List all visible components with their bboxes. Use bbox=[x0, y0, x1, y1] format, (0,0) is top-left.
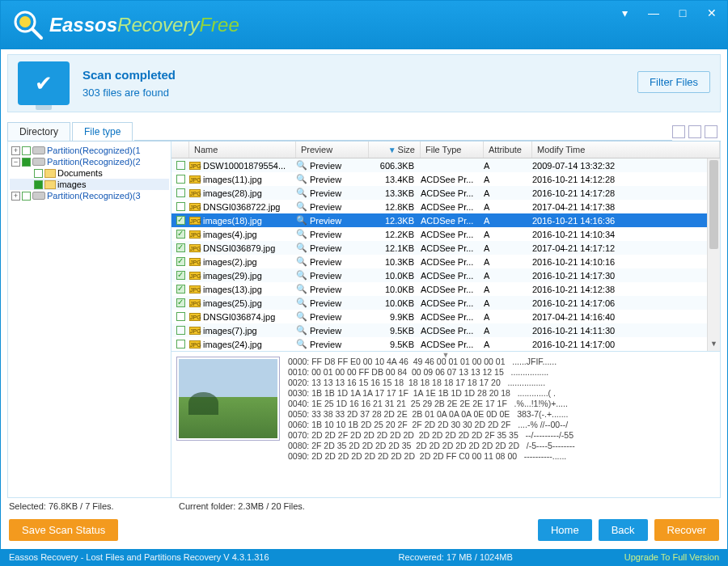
preview-link[interactable]: Preview bbox=[310, 257, 341, 267]
tab-file-type[interactable]: File type bbox=[72, 122, 133, 141]
row-checkbox[interactable] bbox=[176, 257, 185, 266]
row-checkbox[interactable] bbox=[176, 243, 185, 252]
row-checkbox[interactable] bbox=[176, 175, 185, 184]
magnifier-icon[interactable]: 🔍 bbox=[296, 256, 307, 267]
directory-tree[interactable]: + Partition(Recognized)(1 − Partition(Re… bbox=[8, 142, 171, 497]
home-button[interactable]: Home bbox=[538, 519, 592, 541]
tree-checkbox[interactable] bbox=[34, 180, 43, 189]
row-checkbox[interactable] bbox=[176, 285, 185, 294]
row-checkbox[interactable] bbox=[176, 230, 185, 239]
col-size[interactable]: ▼Size bbox=[369, 142, 421, 158]
table-row[interactable]: JPGDNSGI036874.jpg🔍Preview9.9KBACDSee Pr… bbox=[171, 310, 720, 323]
menu-icon[interactable]: ▾ bbox=[617, 6, 632, 20]
tree-partition-2[interactable]: − Partition(Recognized)(2 bbox=[10, 156, 169, 167]
tab-directory[interactable]: Directory bbox=[7, 122, 70, 141]
preview-link[interactable]: Preview bbox=[310, 285, 341, 294]
minimize-icon[interactable]: — bbox=[646, 6, 661, 20]
preview-link[interactable]: Preview bbox=[310, 340, 341, 349]
view-details-icon[interactable] bbox=[705, 125, 717, 138]
table-row[interactable]: JPGimages(24).jpg🔍Preview9.5KBACDSee Pr.… bbox=[171, 337, 720, 351]
col-modify-time[interactable]: Modify Time bbox=[532, 142, 720, 158]
table-row[interactable]: JPGDNSGI036879.jpg🔍Preview12.1KBACDSee P… bbox=[171, 241, 720, 255]
recover-button[interactable]: Recover bbox=[654, 519, 719, 541]
preview-link[interactable]: Preview bbox=[310, 161, 341, 171]
table-row[interactable]: JPGimages(18).jpg🔍Preview12.3KBACDSee Pr… bbox=[171, 213, 720, 227]
splitter-grip-icon[interactable]: ▼ bbox=[442, 351, 450, 359]
col-attribute[interactable]: Attribute bbox=[484, 142, 532, 158]
close-icon[interactable]: ✕ bbox=[705, 6, 719, 20]
scroll-down-icon[interactable]: ▼ bbox=[708, 340, 720, 351]
magnifier-icon[interactable]: 🔍 bbox=[296, 339, 307, 349]
expand-icon[interactable]: + bbox=[11, 146, 20, 155]
preview-link[interactable]: Preview bbox=[310, 312, 341, 322]
scrollbar-thumb[interactable] bbox=[709, 160, 718, 249]
table-row[interactable]: JPGimages(28).jpg🔍Preview13.3KBACDSee Pr… bbox=[171, 186, 720, 200]
table-row[interactable]: JPGimages(7).jpg🔍Preview9.5KBACDSee Pr..… bbox=[171, 323, 720, 337]
table-row[interactable]: JPGimages(29).jpg🔍Preview10.0KBACDSee Pr… bbox=[171, 268, 720, 282]
preview-link[interactable]: Preview bbox=[310, 230, 341, 239]
table-row[interactable]: JPGDNSGI0368722.jpg🔍Preview12.8KBACDSee … bbox=[171, 200, 720, 213]
magnifier-icon[interactable]: 🔍 bbox=[296, 298, 307, 308]
row-checkbox[interactable] bbox=[176, 161, 185, 170]
file-name: images(11).jpg bbox=[203, 175, 262, 184]
upgrade-link[interactable]: Upgrade To Full Version bbox=[624, 552, 719, 562]
tree-images[interactable]: images bbox=[10, 179, 169, 190]
preview-link[interactable]: Preview bbox=[310, 298, 341, 308]
preview-link[interactable]: Preview bbox=[310, 216, 341, 226]
tree-documents[interactable]: Documents bbox=[10, 167, 169, 179]
magnifier-icon[interactable]: 🔍 bbox=[296, 215, 307, 226]
file-grid[interactable]: JPGDSW10001879554...🔍Preview606.3KBA2009… bbox=[171, 158, 720, 351]
magnifier-icon[interactable]: 🔍 bbox=[296, 174, 307, 184]
magnifier-icon[interactable]: 🔍 bbox=[296, 284, 307, 294]
magnifier-icon[interactable]: 🔍 bbox=[296, 243, 307, 253]
preview-link[interactable]: Preview bbox=[310, 202, 341, 212]
filter-files-button[interactable]: Filter Files bbox=[637, 71, 710, 93]
magnifier-icon[interactable]: 🔍 bbox=[296, 229, 307, 239]
magnifier-icon[interactable]: 🔍 bbox=[296, 325, 307, 336]
view-grid-icon[interactable] bbox=[672, 125, 685, 138]
save-scan-status-button[interactable]: Save Scan Status bbox=[9, 519, 118, 541]
preview-link[interactable]: Preview bbox=[310, 188, 341, 198]
row-checkbox[interactable] bbox=[176, 340, 185, 348]
file-type: ACDSee Pr... bbox=[421, 312, 484, 322]
tree-checkbox[interactable] bbox=[22, 146, 31, 155]
col-filetype[interactable]: File Type bbox=[421, 142, 484, 158]
table-row[interactable]: JPGimages(13).jpg🔍Preview10.0KBACDSee Pr… bbox=[171, 282, 720, 296]
magnifier-icon[interactable]: 🔍 bbox=[296, 160, 307, 171]
back-button[interactable]: Back bbox=[599, 519, 648, 541]
file-attribute: A bbox=[484, 161, 532, 171]
preview-link[interactable]: Preview bbox=[310, 271, 341, 281]
col-preview[interactable]: Preview bbox=[296, 142, 369, 158]
preview-link[interactable]: Preview bbox=[310, 243, 341, 253]
table-row[interactable]: JPGimages(4).jpg🔍Preview12.2KBACDSee Pr.… bbox=[171, 227, 720, 241]
magnifier-icon[interactable]: 🔍 bbox=[296, 201, 307, 212]
table-row[interactable]: JPGimages(25).jpg🔍Preview10.0KBACDSee Pr… bbox=[171, 296, 720, 310]
tree-partition-3[interactable]: + Partition(Recognized)(3 bbox=[10, 190, 169, 201]
view-list-icon[interactable] bbox=[688, 125, 701, 138]
preview-link[interactable]: Preview bbox=[310, 326, 341, 336]
magnifier-icon[interactable]: 🔍 bbox=[296, 311, 307, 322]
tree-partition-1[interactable]: + Partition(Recognized)(1 bbox=[10, 145, 169, 156]
tree-checkbox[interactable] bbox=[22, 192, 31, 201]
table-row[interactable]: JPGimages(2).jpg🔍Preview10.3KBACDSee Pr.… bbox=[171, 255, 720, 268]
collapse-icon[interactable]: − bbox=[11, 158, 20, 167]
row-checkbox[interactable] bbox=[176, 188, 185, 197]
tree-checkbox[interactable] bbox=[22, 158, 31, 167]
table-row[interactable]: JPGimages(11).jpg🔍Preview13.4KBACDSee Pr… bbox=[171, 172, 720, 186]
row-checkbox[interactable] bbox=[176, 298, 185, 307]
row-checkbox[interactable] bbox=[176, 271, 185, 280]
row-checkbox[interactable] bbox=[176, 312, 185, 321]
tree-checkbox[interactable] bbox=[34, 169, 43, 178]
maximize-icon[interactable]: □ bbox=[675, 6, 690, 20]
magnifier-icon[interactable]: 🔍 bbox=[296, 188, 307, 198]
file-attribute: A bbox=[484, 285, 532, 294]
vertical-scrollbar[interactable]: ▲ ▼ bbox=[707, 158, 720, 351]
magnifier-icon[interactable]: 🔍 bbox=[296, 270, 307, 281]
row-checkbox[interactable] bbox=[176, 202, 185, 211]
expand-icon[interactable]: + bbox=[11, 192, 20, 201]
row-checkbox[interactable] bbox=[176, 216, 185, 225]
table-row[interactable]: JPGDSW10001879554...🔍Preview606.3KBA2009… bbox=[171, 158, 720, 172]
row-checkbox[interactable] bbox=[176, 326, 185, 335]
col-name[interactable]: Name bbox=[189, 142, 296, 158]
preview-link[interactable]: Preview bbox=[310, 175, 341, 184]
